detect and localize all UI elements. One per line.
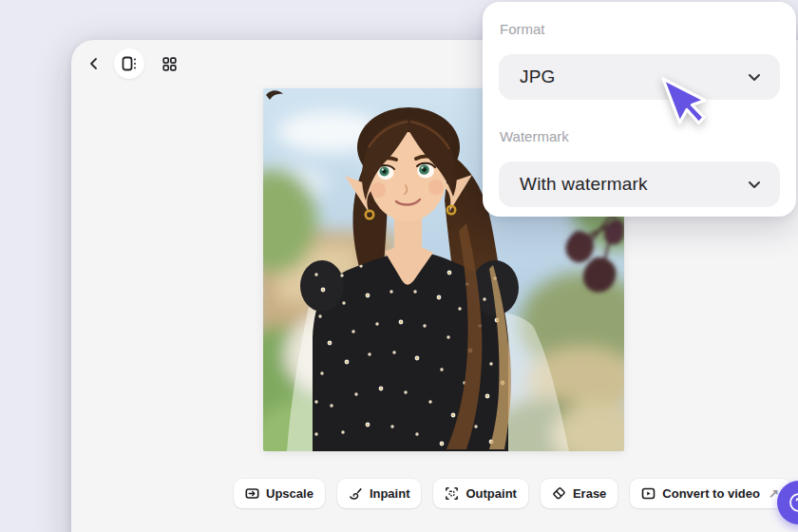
- watermark-select[interactable]: With watermark: [499, 162, 780, 207]
- inpaint-icon: [349, 486, 363, 501]
- screenshot-stage: Format JPG Watermark With watermark Upsc…: [0, 0, 798, 532]
- outpaint-icon: [445, 486, 459, 501]
- back-button[interactable]: [84, 49, 104, 78]
- export-options-panel: Format JPG Watermark With watermark: [483, 2, 796, 217]
- format-select[interactable]: JPG: [499, 54, 780, 100]
- format-label: Format: [500, 21, 545, 37]
- watermark-label: Watermark: [500, 128, 569, 144]
- canvas-view-icon: [121, 55, 138, 72]
- action-bar: Upscale Inpaint Outpaint Erase: [234, 479, 790, 508]
- chevron-down-icon: [746, 176, 763, 193]
- grid-view-icon: [162, 57, 177, 71]
- upscale-button[interactable]: Upscale: [234, 479, 325, 508]
- upscale-label: Upscale: [266, 486, 314, 501]
- single-view-button[interactable]: [114, 48, 144, 79]
- inpaint-label: Inpaint: [370, 486, 410, 501]
- erase-icon: [552, 486, 566, 501]
- upscale-icon: [245, 486, 259, 501]
- convert-to-video-label: Convert to video: [662, 486, 760, 501]
- chevron-down-icon: [746, 68, 763, 86]
- watermark-value: With watermark: [520, 174, 648, 195]
- toolbar: [84, 48, 184, 80]
- format-value: JPG: [520, 66, 556, 87]
- erase-label: Erase: [573, 486, 606, 501]
- erase-button[interactable]: Erase: [541, 479, 618, 508]
- grid-view-button[interactable]: [154, 48, 184, 79]
- outpaint-button[interactable]: Outpaint: [433, 479, 527, 508]
- video-icon: [641, 486, 656, 501]
- convert-to-video-button[interactable]: Convert to video ↗: [630, 479, 789, 508]
- chevron-left-icon: [87, 57, 101, 70]
- inpaint-button[interactable]: Inpaint: [337, 479, 422, 508]
- question-mark-icon: [788, 491, 798, 514]
- outpaint-label: Outpaint: [466, 486, 516, 501]
